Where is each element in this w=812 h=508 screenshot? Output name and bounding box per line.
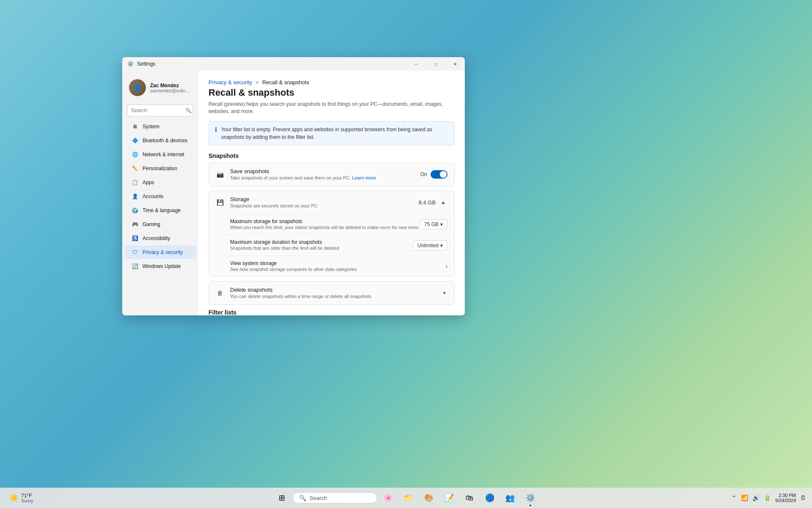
sidebar-item-label: Bluetooth & devices xyxy=(143,138,187,144)
learn-more-link[interactable]: Learn more xyxy=(352,175,376,180)
info-icon: ℹ xyxy=(215,126,217,133)
sidebar-item-network[interactable]: 🌐 Network & internet xyxy=(125,148,196,161)
tray-volume-icon[interactable]: 🔊 xyxy=(752,494,760,502)
storage-value: 8.4 GB xyxy=(419,199,436,206)
update-icon: 🔄 xyxy=(132,263,138,270)
info-banner: ℹ Your filter list is empty. Prevent app… xyxy=(208,121,455,146)
max-duration-row: Maximum storage duration for snapshots S… xyxy=(209,235,454,256)
breadcrumb: Privacy & security > Recall & snapshots xyxy=(208,79,455,86)
save-snapshots-toggle[interactable] xyxy=(431,170,447,179)
page-title: Recall & snapshots xyxy=(208,87,455,98)
files-icon: 🌸 xyxy=(384,493,393,502)
sidebar-item-label: Windows Update xyxy=(143,263,181,269)
taskbar-app-settings[interactable]: ⚙️ xyxy=(521,489,540,507)
close-button[interactable]: ✕ xyxy=(445,57,465,71)
sidebar-item-accounts[interactable]: 👤 Accounts xyxy=(125,190,196,203)
delete-snapshots-expand-button[interactable]: ▾ xyxy=(442,289,447,297)
personalization-icon: ✏️ xyxy=(132,165,138,172)
sidebar-item-accessibility[interactable]: ♿ Accessibility xyxy=(125,232,196,245)
sidebar-item-update[interactable]: 🔄 Windows Update xyxy=(125,260,196,273)
accessibility-icon: ♿ xyxy=(132,235,138,242)
sidebar-item-label: Personalization xyxy=(143,166,177,171)
taskbar-app-explorer[interactable]: 📁 xyxy=(399,489,418,507)
tray-battery-icon[interactable]: 🔋 xyxy=(763,494,772,502)
sidebar-item-privacy[interactable]: 🛡 Privacy & security xyxy=(125,246,196,259)
filter-lists-section-heading: Filter lists xyxy=(208,309,455,315)
system-icon: 🖥 xyxy=(132,123,138,130)
save-snapshots-toggle-label: On xyxy=(420,171,427,177)
breadcrumb-parent[interactable]: Privacy & security xyxy=(208,79,252,86)
breadcrumb-current: Recall & snapshots xyxy=(262,79,309,86)
sidebar: 👤 Zac Mendez zacmendez@outlook.com 🔍 🖥 S… xyxy=(122,71,198,315)
save-snapshots-icon: 📷 xyxy=(216,170,224,179)
page-description: Recall (preview) helps you search your s… xyxy=(208,101,455,115)
storage-row[interactable]: 💾 Storage Snapshots are securely stored … xyxy=(209,191,454,214)
sidebar-item-apps[interactable]: 📋 Apps xyxy=(125,176,196,189)
delete-snapshots-icon: 🗑 xyxy=(216,289,224,297)
minimize-button[interactable]: ─ xyxy=(406,57,426,71)
sidebar-item-bluetooth[interactable]: 🔷 Bluetooth & devices xyxy=(125,134,196,147)
max-duration-desc: Snapshots that are older than the limit … xyxy=(230,245,413,251)
taskbar-search-icon: 🔍 xyxy=(299,494,306,501)
view-system-storage-row[interactable]: View system storage See how snapshot sto… xyxy=(209,256,454,276)
info-banner-text: Your filter list is empty. Prevent apps … xyxy=(221,126,448,141)
view-storage-desc: See how snapshot storage compares to oth… xyxy=(230,266,445,272)
sidebar-item-time[interactable]: 🌍 Time & language xyxy=(125,204,196,217)
taskbar-search[interactable]: 🔍 Search xyxy=(293,492,377,503)
sidebar-item-label: System xyxy=(143,124,159,130)
bluetooth-icon: 🔷 xyxy=(132,137,138,144)
search-input[interactable] xyxy=(127,105,193,116)
clock-date: 9/24/2024 xyxy=(775,498,796,503)
max-storage-dropdown[interactable]: 75 GB ▾ xyxy=(420,219,447,229)
storage-title: Storage xyxy=(230,196,413,202)
tray-network-icon[interactable]: 📶 xyxy=(740,494,749,502)
save-snapshots-desc: Take snapshots of your screen and save t… xyxy=(230,175,414,181)
storage-collapse-button[interactable]: ▲ xyxy=(439,199,447,206)
max-duration-dropdown[interactable]: Unlimited ▾ xyxy=(413,240,447,251)
snapshots-section-heading: Snapshots xyxy=(208,152,455,159)
notification-icon[interactable]: 🗓 xyxy=(799,494,807,502)
clock[interactable]: 2:30 PM 9/24/2024 xyxy=(775,493,796,503)
weather-condition: Sunny xyxy=(21,499,33,503)
title-bar: ⚙️ Settings ─ □ ✕ xyxy=(122,57,465,71)
sidebar-item-system[interactable]: 🖥 System xyxy=(125,120,196,133)
taskbar-app-notes[interactable]: 📝 xyxy=(440,489,458,507)
avatar: 👤 xyxy=(129,79,146,96)
sidebar-item-label: Accounts xyxy=(143,193,163,199)
sidebar-item-label: Gaming xyxy=(143,221,160,227)
tray-expand-icon[interactable]: ⌃ xyxy=(731,494,738,502)
taskbar-search-label: Search xyxy=(310,495,327,501)
sidebar-item-label: Accessibility xyxy=(143,235,170,241)
taskbar-app-files[interactable]: 🌸 xyxy=(379,489,398,507)
weather-temp: 71°F xyxy=(21,493,33,499)
start-button[interactable]: ⊞ xyxy=(272,489,291,507)
settings-taskbar-icon: ⚙️ xyxy=(526,493,535,502)
title-bar-left: ⚙️ Settings xyxy=(127,61,155,67)
restore-button[interactable]: □ xyxy=(426,57,445,71)
taskbar-right: ⌃ 📶 🔊 🔋 2:30 PM 9/24/2024 🗓 xyxy=(731,493,807,503)
delete-snapshots-title: Delete snapshots xyxy=(230,287,436,293)
main-content: Privacy & security > Recall & snapshots … xyxy=(198,71,465,315)
window-content: 👤 Zac Mendez zacmendez@outlook.com 🔍 🖥 S… xyxy=(122,71,465,315)
settings-window: ⚙️ Settings ─ □ ✕ 👤 Zac Mendez zacmendez… xyxy=(122,57,465,315)
delete-snapshots-row[interactable]: 🗑 Delete snapshots You can delete snapsh… xyxy=(209,282,454,304)
weather-widget[interactable]: ☀️ 71°F Sunny xyxy=(5,491,37,505)
store-icon: 🛍 xyxy=(466,494,473,502)
storage-card: 💾 Storage Snapshots are securely stored … xyxy=(208,190,455,277)
taskbar-app-browser1[interactable]: 🎨 xyxy=(420,489,438,507)
notes-icon: 📝 xyxy=(444,493,454,502)
sidebar-item-personalization[interactable]: ✏️ Personalization xyxy=(125,162,196,175)
search-icon[interactable]: 🔍 xyxy=(185,108,192,113)
taskbar-app-teams[interactable]: 👥 xyxy=(501,489,519,507)
taskbar-center: ⊞ 🔍 Search 🌸 📁 🎨 📝 🛍 🔵 👥 ⚙️ xyxy=(272,489,540,507)
taskbar-app-store[interactable]: 🛍 xyxy=(460,489,479,507)
user-profile[interactable]: 👤 Zac Mendez zacmendez@outlook.com xyxy=(122,74,198,101)
sidebar-item-gaming[interactable]: 🎮 Gaming xyxy=(125,218,196,231)
taskbar-app-edge[interactable]: 🔵 xyxy=(480,489,499,507)
time-icon: 🌍 xyxy=(132,207,138,214)
save-snapshots-card: 📷 Save snapshots Take snapshots of your … xyxy=(208,163,455,186)
sidebar-item-label: Network & internet xyxy=(143,152,184,157)
user-name: Zac Mendez xyxy=(150,83,192,88)
sidebar-search-box[interactable]: 🔍 xyxy=(127,105,193,116)
clock-time: 2:30 PM xyxy=(779,493,796,498)
